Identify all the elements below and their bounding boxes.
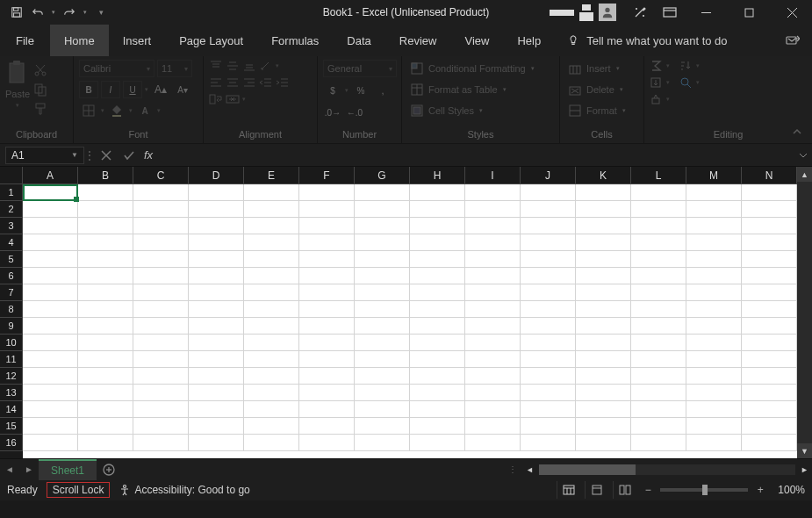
tab-review[interactable]: Review [385,25,451,56]
row-header[interactable]: 4 [0,234,23,251]
find-select-icon[interactable] [679,76,693,89]
zoom-level[interactable]: 100% [778,484,805,496]
row-header[interactable]: 6 [0,268,23,284]
cancel-formula-icon[interactable] [95,145,118,166]
scroll-up-icon[interactable]: ▲ [797,167,812,182]
increase-decimal-icon[interactable]: .0→ [323,104,342,121]
orientation-icon[interactable] [259,60,273,72]
tab-file[interactable]: File [0,25,50,56]
borders-icon[interactable] [79,102,98,119]
fill-color-icon[interactable] [107,102,126,119]
scroll-down-icon[interactable]: ▼ [797,443,812,458]
align-top-icon[interactable] [209,60,223,72]
tab-page-layout[interactable]: Page Layout [165,25,257,56]
clear-icon[interactable] [650,93,664,105]
decrease-font-icon[interactable]: A▾ [173,81,192,98]
horizontal-scrollbar[interactable] [539,464,795,475]
align-middle-icon[interactable] [226,60,240,72]
qa-customize-icon[interactable]: ▾ [91,3,111,22]
row-header[interactable]: 7 [0,284,23,301]
col-header[interactable]: C [133,167,189,184]
wrap-text-icon[interactable] [209,93,223,105]
row-header[interactable]: 9 [0,318,23,335]
cells-area[interactable] [23,184,797,458]
col-header[interactable]: N [742,167,797,184]
decrease-indent-icon[interactable] [259,76,273,89]
col-header[interactable]: B [78,167,133,184]
fx-icon[interactable]: fx [144,148,153,162]
align-left-icon[interactable] [209,76,223,89]
col-header[interactable]: I [465,167,521,184]
row-header[interactable]: 11 [0,351,23,368]
formula-input[interactable] [153,147,794,164]
sheet-nav-next-icon[interactable]: ► [19,460,39,479]
normal-view-icon[interactable] [557,481,579,499]
col-header[interactable]: E [244,167,299,184]
row-header[interactable]: 12 [0,368,23,385]
ribbon-display-icon[interactable] [657,0,683,25]
tab-scroll-split[interactable]: ⋮ [508,464,517,474]
tab-help[interactable]: Help [503,25,555,56]
align-bottom-icon[interactable] [242,60,256,72]
save-icon[interactable] [7,3,26,22]
increase-font-icon[interactable]: A▴ [151,81,170,98]
col-header[interactable]: J [521,167,576,184]
user-account[interactable] [550,4,616,21]
col-header[interactable]: H [410,167,465,184]
col-header[interactable]: F [299,167,355,184]
format-as-table-button[interactable]: Format as Table▾ [407,81,554,98]
col-header[interactable]: K [576,167,631,184]
close-button[interactable] [772,0,812,25]
row-header[interactable]: 8 [0,301,23,318]
increase-indent-icon[interactable] [276,76,290,89]
align-right-icon[interactable] [242,76,256,89]
format-cells-button[interactable]: Format▾ [565,102,638,119]
insert-cells-button[interactable]: Insert▾ [565,60,638,77]
bold-button[interactable]: B [79,81,98,98]
select-all-corner[interactable] [0,167,23,184]
sort-filter-icon[interactable] [679,60,693,72]
row-header[interactable]: 16 [0,435,23,451]
share-button[interactable] [772,25,812,56]
font-name-combo[interactable]: Calibri▾ [79,60,154,77]
expand-formula-bar-icon[interactable] [794,151,812,160]
decrease-decimal-icon[interactable]: ←.0 [345,104,364,121]
status-accessibility[interactable]: Accessibility: Good to go [119,484,249,496]
number-format-combo[interactable]: General▾ [323,60,397,77]
sheet-tab-active[interactable]: Sheet1 [39,459,97,480]
undo-dropdown-icon[interactable]: ▾ [49,3,58,22]
page-break-view-icon[interactable] [613,481,636,499]
tab-formulas[interactable]: Formulas [257,25,333,56]
row-header[interactable]: 15 [0,418,23,435]
align-center-icon[interactable] [226,76,240,89]
comma-icon[interactable]: , [373,82,392,99]
magic-icon[interactable] [627,0,653,25]
collapse-ribbon-icon[interactable] [789,124,805,140]
font-color-icon[interactable]: A [135,102,154,119]
tell-me[interactable]: Tell me what you want to do [555,25,739,56]
enter-formula-icon[interactable] [118,145,140,166]
hscroll-right-icon[interactable]: ► [797,465,812,474]
row-header[interactable]: 14 [0,401,23,418]
autosum-icon[interactable] [650,60,664,72]
maximize-button[interactable] [729,0,769,25]
tab-view[interactable]: View [450,25,503,56]
col-header[interactable]: D [189,167,244,184]
fill-icon[interactable] [650,76,664,89]
row-header[interactable]: 5 [0,251,23,268]
redo-icon[interactable] [60,3,79,22]
minimize-button[interactable] [686,0,726,25]
merge-center-icon[interactable] [226,93,240,105]
undo-icon[interactable] [28,3,47,22]
zoom-in-button[interactable]: + [753,484,767,496]
percent-icon[interactable]: % [351,82,370,99]
new-sheet-icon[interactable] [97,464,121,476]
vertical-scrollbar[interactable]: ▲ ▼ [797,167,812,458]
row-header[interactable]: 2 [0,201,23,218]
conditional-formatting-button[interactable]: Conditional Formatting▾ [407,60,554,77]
row-header[interactable]: 1 [0,184,23,201]
tab-data[interactable]: Data [333,25,384,56]
col-header[interactable]: M [686,167,742,184]
font-size-combo[interactable]: 11▾ [157,60,192,77]
col-header[interactable]: L [631,167,686,184]
